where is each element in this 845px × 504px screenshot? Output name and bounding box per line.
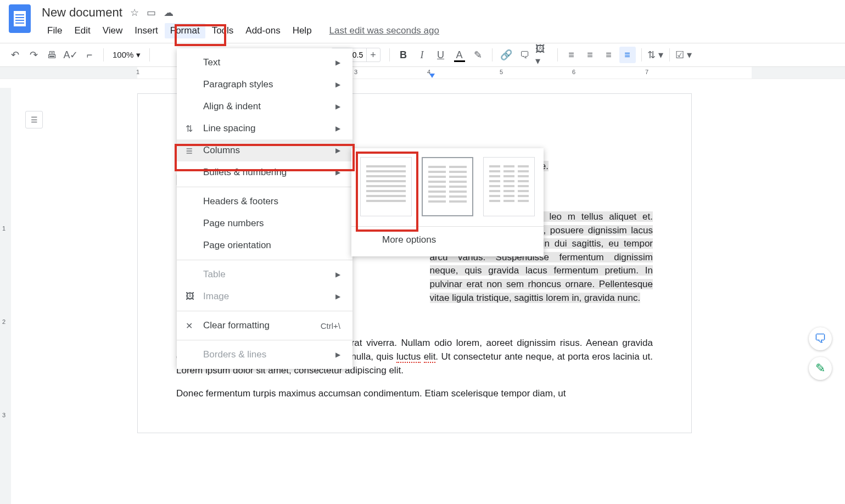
explore-fab-icon[interactable]: 🗨 bbox=[809, 327, 832, 350]
toolbar: ↶ ↷ 🖶 A✓ ⌐ 100% ▾ − + B I U A ✎ 🔗 🗨 🖼 ▾ … bbox=[0, 43, 845, 67]
separator bbox=[557, 48, 558, 61]
align-right-icon[interactable]: ≡ bbox=[601, 47, 617, 63]
font-size-increase[interactable]: + bbox=[367, 49, 380, 61]
separator bbox=[389, 48, 390, 61]
image-icon: 🖼 bbox=[186, 292, 194, 301]
menu-view[interactable]: View bbox=[97, 23, 128, 38]
menu-borders-lines: Borders & lines▶ bbox=[177, 344, 352, 366]
separator bbox=[149, 48, 150, 61]
ruler-number: 7 bbox=[645, 69, 648, 75]
menu-columns[interactable]: ≣Columns▶ bbox=[177, 139, 352, 161]
indent-marker[interactable] bbox=[429, 74, 435, 78]
align-center-icon[interactable]: ≡ bbox=[582, 47, 598, 63]
vertical-ruler[interactable]: 1 2 3 bbox=[0, 88, 11, 504]
separator bbox=[492, 48, 493, 61]
document-title[interactable]: New document bbox=[42, 5, 122, 20]
highlight-color-button[interactable]: ✎ bbox=[470, 47, 486, 63]
format-dropdown: Text▶ Paragraph styles▶ Align & indent▶ … bbox=[177, 48, 352, 369]
clear-format-icon: ✕ bbox=[186, 321, 193, 331]
columns-option-1[interactable] bbox=[360, 157, 412, 216]
menu-headers-footers[interactable]: Headers & footers bbox=[177, 191, 352, 212]
last-edit-link[interactable]: Last edit was seconds ago bbox=[329, 25, 439, 36]
menu-tools[interactable]: Tools bbox=[206, 23, 239, 38]
document-outline-icon[interactable]: ☰ bbox=[25, 111, 43, 128]
italic-button[interactable]: I bbox=[414, 47, 430, 63]
menu-line-spacing[interactable]: ⇅Line spacing▶ bbox=[177, 117, 352, 139]
menu-separator bbox=[177, 340, 352, 340]
columns-icon: ≣ bbox=[186, 145, 193, 156]
more-options[interactable]: More options bbox=[360, 227, 535, 252]
zoom-select[interactable]: 100% ▾ bbox=[109, 50, 144, 60]
spellcheck-icon[interactable]: A✓ bbox=[63, 47, 79, 63]
align-justify-icon[interactable]: ≡ bbox=[619, 47, 636, 63]
horizontal-ruler[interactable]: 1 2 3 4 5 6 7 bbox=[0, 67, 845, 79]
cloud-status-icon[interactable]: ☁ bbox=[164, 7, 174, 19]
underline-button[interactable]: U bbox=[433, 47, 449, 63]
menu-help[interactable]: Help bbox=[287, 23, 317, 38]
menu-image: 🖼Image▶ bbox=[177, 285, 352, 307]
ruler-number: 6 bbox=[572, 69, 575, 75]
text-color-button[interactable]: A bbox=[451, 47, 468, 63]
print-icon[interactable]: 🖶 bbox=[44, 47, 60, 63]
checklist-icon[interactable]: ☑ ▾ bbox=[675, 47, 692, 63]
menu-separator bbox=[177, 187, 352, 187]
spelling-error[interactable]: luctus bbox=[396, 351, 421, 363]
columns-option-2[interactable] bbox=[422, 157, 473, 216]
columns-submenu: More options bbox=[351, 148, 544, 256]
line-spacing-icon: ⇅ bbox=[186, 124, 193, 134]
menu-format[interactable]: Format bbox=[165, 23, 205, 38]
separator bbox=[641, 48, 642, 61]
undo-icon[interactable]: ↶ bbox=[7, 47, 23, 63]
separator bbox=[669, 48, 670, 61]
insert-link-icon[interactable]: 🔗 bbox=[498, 47, 514, 63]
line-spacing-icon[interactable]: ⇅ ▾ bbox=[647, 47, 664, 63]
menu-paragraph-styles[interactable]: Paragraph styles▶ bbox=[177, 74, 352, 96]
menu-separator bbox=[177, 311, 352, 311]
menu-page-numbers[interactable]: Page numbers bbox=[177, 212, 352, 234]
menubar: File Edit View Insert Format Tools Add-o… bbox=[42, 23, 836, 38]
menu-align-indent[interactable]: Align & indent▶ bbox=[177, 96, 352, 117]
feedback-fab-icon[interactable]: ✎ bbox=[809, 357, 832, 380]
redo-icon[interactable]: ↷ bbox=[25, 47, 42, 63]
menu-text[interactable]: Text▶ bbox=[177, 52, 352, 74]
menu-addons[interactable]: Add-ons bbox=[240, 23, 286, 38]
bold-button[interactable]: B bbox=[395, 47, 412, 63]
docs-logo[interactable] bbox=[9, 4, 31, 33]
align-left-icon[interactable]: ≡ bbox=[563, 47, 580, 63]
add-comment-icon[interactable]: 🗨 bbox=[517, 47, 533, 63]
separator bbox=[103, 48, 104, 61]
insert-image-icon[interactable]: 🖼 ▾ bbox=[535, 47, 552, 63]
menu-bullets-numbering[interactable]: Bullets & numbering▶ bbox=[177, 161, 352, 183]
ruler-number: 5 bbox=[500, 69, 503, 75]
menu-table: Table▶ bbox=[177, 264, 352, 285]
menu-page-orientation[interactable]: Page orientation bbox=[177, 234, 352, 256]
document-text: Donec fermentum turpis maximus accumsan … bbox=[176, 388, 566, 399]
ruler-number: 3 bbox=[354, 69, 357, 75]
spelling-error[interactable]: elit bbox=[424, 351, 436, 363]
menu-separator bbox=[177, 260, 352, 260]
star-icon[interactable]: ☆ bbox=[130, 7, 139, 19]
menu-clear-formatting[interactable]: ✕Clear formattingCtrl+\ bbox=[177, 315, 352, 337]
columns-option-3[interactable] bbox=[483, 157, 535, 216]
paint-format-icon[interactable]: ⌐ bbox=[81, 47, 98, 63]
menu-insert[interactable]: Insert bbox=[129, 23, 164, 38]
menu-file[interactable]: File bbox=[42, 23, 68, 38]
menu-edit[interactable]: Edit bbox=[69, 23, 96, 38]
ruler-number: 1 bbox=[136, 69, 139, 75]
move-icon[interactable]: ▭ bbox=[147, 7, 156, 19]
